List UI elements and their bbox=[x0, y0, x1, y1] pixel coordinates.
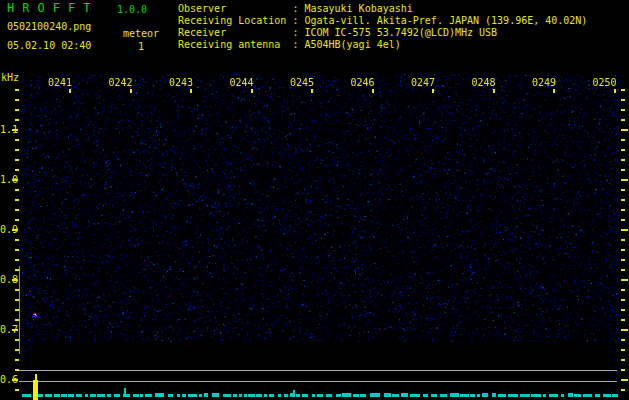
info-line-receiving-antenna: Receiving antenna : A504HB(yagi 4el) bbox=[178, 39, 587, 50]
level-segment bbox=[360, 394, 366, 397]
y-major-tick bbox=[12, 129, 18, 131]
level-segment bbox=[531, 394, 540, 397]
y-tick-label-0.7: 0.7 bbox=[0, 324, 12, 335]
level-segment bbox=[508, 394, 518, 397]
level-segment bbox=[296, 394, 300, 397]
level-segment bbox=[284, 394, 288, 397]
y-minor-tick bbox=[15, 99, 19, 101]
level-segment bbox=[133, 394, 140, 397]
y-minor-tick-right bbox=[621, 159, 625, 161]
x-tick-mark bbox=[190, 89, 192, 93]
level-segment bbox=[336, 394, 341, 397]
x-tick-label-0249: 0249 bbox=[532, 77, 556, 88]
level-segment bbox=[68, 394, 73, 397]
level-segment bbox=[450, 393, 458, 397]
y-minor-tick bbox=[15, 239, 19, 241]
spectrogram-noise-canvas bbox=[21, 74, 619, 342]
level-segment bbox=[595, 394, 600, 397]
level-bump bbox=[293, 390, 295, 397]
level-segment bbox=[97, 394, 105, 397]
level-segment bbox=[440, 394, 446, 397]
level-segment bbox=[182, 394, 186, 397]
y-minor-tick bbox=[15, 169, 19, 171]
y-minor-tick-right bbox=[621, 209, 625, 211]
level-segment bbox=[22, 394, 31, 397]
x-tick-mark bbox=[130, 89, 132, 93]
observation-datetime: 05.02.10 02:40 bbox=[7, 40, 91, 51]
level-segment bbox=[470, 394, 475, 397]
x-tick-mark bbox=[251, 89, 253, 93]
level-segment bbox=[543, 394, 546, 397]
level-segment bbox=[612, 394, 617, 397]
y-minor-tick-right bbox=[621, 169, 625, 171]
x-tick-label-0245: 0245 bbox=[290, 77, 314, 88]
y-minor-tick bbox=[15, 119, 19, 121]
station-info-block: Observer : Masayuki KobayashiReceiving L… bbox=[178, 3, 587, 51]
y-tick-label-1.0: 1.0 bbox=[0, 174, 12, 185]
level-segment bbox=[477, 394, 480, 397]
level-segment bbox=[114, 394, 119, 397]
x-tick-mark bbox=[311, 89, 313, 93]
y-minor-tick bbox=[15, 359, 19, 361]
echo-count: 1 bbox=[138, 41, 144, 52]
x-tick-mark bbox=[614, 89, 616, 93]
y-minor-tick-right bbox=[621, 259, 625, 261]
y-major-tick bbox=[12, 229, 18, 231]
level-segment bbox=[107, 394, 111, 397]
y-axis-unit-label: kHz bbox=[1, 72, 19, 83]
y-minor-tick-right bbox=[621, 149, 625, 151]
y-minor-tick bbox=[15, 199, 19, 201]
level-segment bbox=[248, 394, 254, 397]
level-segment bbox=[410, 394, 419, 397]
x-tick-label-0241: 0241 bbox=[48, 77, 72, 88]
level-segment bbox=[244, 394, 247, 397]
level-segment bbox=[302, 394, 308, 397]
x-tick-mark bbox=[372, 89, 374, 93]
y-minor-tick-right bbox=[621, 119, 625, 121]
level-segment bbox=[482, 393, 488, 397]
level-segment bbox=[177, 394, 181, 397]
x-tick-mark bbox=[493, 89, 495, 93]
level-segment bbox=[384, 393, 391, 397]
level-segment bbox=[492, 393, 497, 397]
level-segment bbox=[168, 394, 173, 397]
level-segment bbox=[85, 394, 88, 397]
y-major-tick-right bbox=[621, 329, 628, 331]
level-segment bbox=[401, 393, 408, 397]
x-tick-mark bbox=[553, 89, 555, 93]
x-tick-label-0243: 0243 bbox=[169, 77, 193, 88]
level-segment bbox=[549, 394, 558, 397]
y-minor-tick-right bbox=[621, 289, 625, 291]
y-tick-label-0.6: 0.6 bbox=[0, 374, 12, 385]
x-tick-label-0248: 0248 bbox=[472, 77, 496, 88]
level-segment bbox=[90, 394, 96, 397]
level-segment bbox=[155, 393, 164, 397]
mode-label: meteor bbox=[123, 28, 159, 39]
y-minor-tick-right bbox=[621, 299, 625, 301]
level-segment bbox=[188, 394, 197, 397]
y-minor-tick-right bbox=[621, 139, 625, 141]
level-segment bbox=[460, 394, 469, 397]
y-tick-label-0.8: 0.8 bbox=[0, 274, 12, 285]
level-segment bbox=[256, 394, 262, 397]
y-minor-tick-right bbox=[621, 369, 625, 371]
y-minor-tick bbox=[15, 139, 19, 141]
y-minor-tick-right bbox=[621, 339, 625, 341]
level-segment bbox=[212, 393, 220, 397]
y-minor-tick-right bbox=[621, 389, 625, 391]
y-minor-tick-right bbox=[621, 309, 625, 311]
y-minor-tick-right bbox=[621, 99, 625, 101]
level-segment bbox=[342, 393, 351, 397]
level-segment bbox=[204, 393, 208, 397]
y-major-tick bbox=[12, 279, 18, 281]
x-tick-label-0250: 0250 bbox=[593, 77, 617, 88]
y-major-tick-right bbox=[621, 179, 628, 181]
echo-spike bbox=[33, 380, 38, 400]
y-minor-tick bbox=[15, 209, 19, 211]
level-segment bbox=[223, 394, 231, 397]
y-major-tick-right bbox=[621, 129, 628, 131]
level-segment bbox=[145, 394, 152, 397]
level-segment bbox=[269, 394, 274, 397]
info-line-receiver: Receiver : ICOM IC-575 53.7492(@LCD)MHz … bbox=[178, 27, 587, 38]
x-tick-label-0242: 0242 bbox=[109, 77, 133, 88]
